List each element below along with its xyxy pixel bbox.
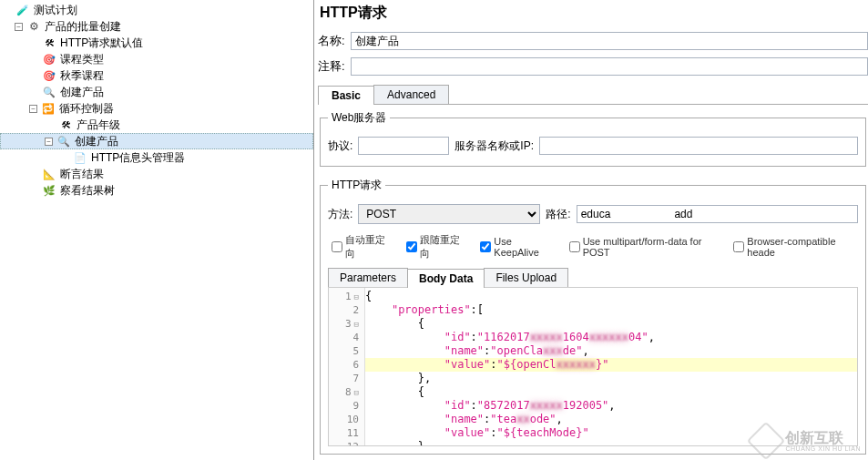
- watermark-sub: CHUANG XIN HU LIAN: [785, 445, 861, 452]
- legend-web-server: Web服务器: [328, 110, 390, 126]
- protocol-input[interactable]: [358, 137, 449, 155]
- method-label: 方法:: [328, 207, 352, 222]
- tree-node-assert[interactable]: 断言结果: [0, 166, 313, 182]
- watermark-title: 创新互联: [785, 431, 861, 445]
- gear-icon: [26, 19, 41, 34]
- loop-icon: [41, 101, 56, 116]
- tree-node-grade[interactable]: 产品年级: [0, 117, 313, 133]
- tree-node-autumn[interactable]: 秋季课程: [0, 67, 313, 84]
- main-tabs: Basic Advanced: [318, 85, 868, 105]
- search-icon: [42, 85, 56, 99]
- doc-icon: [73, 150, 87, 165]
- name-label: 名称:: [318, 33, 345, 49]
- check-auto-redirect[interactable]: 自动重定向: [332, 233, 390, 261]
- tree-panel: 测试计划 − 产品的批量创建 HTTP请求默认值 课程类型 秋季课程 创建产品: [0, 0, 314, 460]
- editor-gutter: 1234567891011121314: [329, 288, 365, 445]
- toggle-icon[interactable]: −: [29, 105, 37, 113]
- node-label: 测试计划: [34, 3, 77, 18]
- toggle-icon[interactable]: −: [15, 23, 23, 31]
- target-icon: [42, 52, 56, 66]
- code-editor[interactable]: 1234567891011121314 { "properties":[ { "…: [328, 287, 858, 446]
- subtab-files-upload[interactable]: Files Upload: [484, 268, 568, 287]
- tab-basic[interactable]: Basic: [318, 86, 374, 105]
- comment-label: 注释:: [318, 58, 345, 75]
- toggle-icon[interactable]: −: [45, 138, 53, 146]
- method-select[interactable]: POST: [358, 204, 540, 224]
- page-title: HTTP请求: [320, 4, 868, 23]
- tree-node-loop[interactable]: − 循环控制器: [0, 100, 313, 117]
- triangle-icon: [42, 167, 56, 181]
- tree-node-result-tree[interactable]: 察看结果树: [0, 182, 313, 199]
- tree-icon: [42, 183, 56, 198]
- fieldset-http-request: HTTP请求 方法: POST 路径: 自动重定向 跟随重定向 Use Keep…: [320, 178, 866, 455]
- watermark: 创新互联 CHUANG XIN HU LIAN: [752, 427, 861, 455]
- path-input[interactable]: [577, 205, 858, 223]
- editor-code[interactable]: { "properties":[ { "id":"1162017xxxxx160…: [365, 288, 857, 445]
- tools-icon: [58, 118, 73, 132]
- fieldset-web-server: Web服务器 协议: 服务器名称或IP:: [320, 110, 866, 167]
- tree-node-create-product-2[interactable]: − 创建产品: [0, 133, 313, 149]
- flask-icon: [15, 3, 30, 17]
- tree-node-create-product-1[interactable]: 创建产品: [0, 84, 313, 100]
- check-browser-compat[interactable]: Browser-compatible heade: [733, 236, 854, 258]
- server-input[interactable]: [539, 137, 858, 155]
- check-keepalive[interactable]: Use KeepAlive: [480, 236, 552, 258]
- name-input[interactable]: [351, 32, 868, 50]
- tree-node-http-defaults[interactable]: HTTP请求默认值: [0, 35, 313, 51]
- tab-advanced[interactable]: Advanced: [373, 85, 449, 104]
- tree-node-header-mgr[interactable]: HTTP信息头管理器: [0, 149, 313, 166]
- server-label: 服务器名称或IP:: [454, 138, 534, 154]
- check-multipart[interactable]: Use multipart/form-data for POST: [569, 236, 718, 258]
- protocol-label: 协议:: [328, 138, 352, 154]
- tools-icon: [42, 36, 56, 50]
- tree-root[interactable]: 测试计划: [0, 2, 313, 18]
- check-follow-redirect[interactable]: 跟随重定向: [406, 233, 465, 261]
- path-label: 路径:: [546, 207, 570, 222]
- tree-node-batch[interactable]: − 产品的批量创建: [0, 18, 313, 35]
- legend-http-request: HTTP请求: [328, 178, 385, 193]
- watermark-icon: [747, 422, 785, 460]
- check-row: 自动重定向 跟随重定向 Use KeepAlive Use multipart/…: [332, 233, 854, 261]
- comment-input[interactable]: [351, 57, 868, 76]
- right-panel: HTTP请求 名称: 注释: Basic Advanced Web服务器 协议:…: [314, 0, 868, 460]
- subtabs: Parameters Body Data Files Upload: [328, 268, 858, 288]
- subtab-parameters[interactable]: Parameters: [328, 268, 408, 287]
- tree-node-course-type[interactable]: 课程类型: [0, 51, 313, 67]
- target-icon: [42, 68, 56, 83]
- subtab-body-data[interactable]: Body Data: [407, 269, 485, 288]
- search-icon: [56, 134, 71, 148]
